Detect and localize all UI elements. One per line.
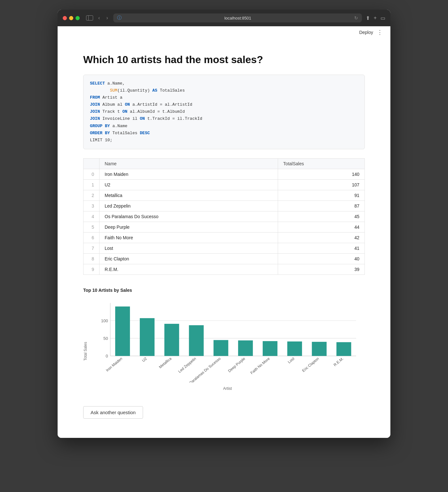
table-cell-name: Led Zeppelin (100, 201, 278, 211)
table-cell-sales: 42 (278, 232, 365, 243)
address-bar[interactable]: ⓘ localhost:8501 ↻ (113, 13, 362, 22)
page-title: Which 10 artists had the most sales? (83, 54, 365, 66)
sql-line-6: JOIN InvoiceLine il ON t.TrackId = il.Tr… (90, 115, 358, 122)
table-cell-sales: 40 (278, 253, 365, 264)
svg-text:Iron Maiden: Iron Maiden (105, 356, 123, 373)
table-row: 7 Lost 41 (84, 243, 365, 253)
x-axis-label: Artist (90, 386, 365, 391)
reload-button[interactable]: ↻ (354, 15, 358, 20)
browser-window: ‹ › ⓘ localhost:8501 ↻ ⬆ + ▭ Deploy ⋮ Wh… (58, 10, 390, 438)
svg-text:0: 0 (106, 354, 108, 358)
svg-text:Lost: Lost (287, 356, 296, 365)
table-cell-name: Metallica (100, 190, 278, 201)
browser-actions: ⬆ + ▭ (366, 15, 385, 21)
traffic-lights (63, 16, 80, 20)
table-cell-name: Lost (100, 243, 278, 253)
forward-button[interactable]: › (105, 14, 109, 21)
table-cell-sales: 41 (278, 243, 365, 253)
bar (287, 341, 302, 356)
minimize-button[interactable] (69, 16, 73, 20)
table-row: 6 Faith No More 42 (84, 232, 365, 243)
table-row: 9 R.E.M. 39 (84, 264, 365, 275)
deploy-button[interactable]: Deploy (359, 30, 373, 35)
table-cell-index: 2 (84, 190, 100, 201)
table-row: 1 U2 107 (84, 179, 365, 190)
sidebar-toggle[interactable] (86, 15, 93, 20)
chart-area: 050100Iron MaidenU2MetallicaLed Zeppelin… (90, 299, 365, 391)
tabs-button[interactable]: ▭ (380, 15, 385, 21)
share-button[interactable]: ⬆ (366, 15, 370, 21)
sql-line-7: GROUP BY a.Name (90, 123, 358, 130)
data-table: Name TotalSales 0 Iron Maiden 140 1 U2 1… (83, 158, 365, 275)
table-cell-index: 1 (84, 179, 100, 190)
table-col-name: Name (100, 158, 278, 169)
svg-text:U2: U2 (141, 356, 148, 363)
table-cell-name: U2 (100, 179, 278, 190)
table-cell-name: Eric Clapton (100, 253, 278, 264)
table-cell-index: 9 (84, 264, 100, 275)
sql-line-9: LIMIT 10; (90, 137, 358, 144)
table-row: 5 Deep Purple 44 (84, 222, 365, 232)
sql-line-1: SELECT a.Name, (90, 80, 358, 87)
table-row: 3 Led Zeppelin 87 (84, 201, 365, 211)
table-row: 2 Metallica 91 (84, 190, 365, 201)
bar-chart-svg: 050100Iron MaidenU2MetallicaLed Zeppelin… (90, 299, 365, 382)
table-cell-index: 0 (84, 169, 100, 179)
bar (238, 340, 253, 356)
table-cell-sales: 140 (278, 169, 365, 179)
page-content: Which 10 artists had the most sales? SEL… (58, 41, 390, 438)
svg-text:100: 100 (101, 318, 108, 323)
y-axis-label: Total Sales (83, 299, 88, 391)
sql-code-block: SELECT a.Name, SUM(il.Quantity) AS Total… (83, 75, 365, 149)
ask-another-button[interactable]: Ask another question (83, 406, 143, 419)
svg-text:Faith No More: Faith No More (250, 356, 271, 375)
url-text: localhost:8501 (124, 16, 352, 20)
table-row: 8 Eric Clapton 40 (84, 253, 365, 264)
browser-chrome: ‹ › ⓘ localhost:8501 ↻ ⬆ + ▭ (58, 10, 390, 26)
table-cell-index: 8 (84, 253, 100, 264)
new-tab-button[interactable]: + (374, 15, 377, 21)
bar (164, 324, 179, 356)
sql-line-4: JOIN Album al ON a.ArtistId = al.ArtistI… (90, 101, 358, 108)
table-cell-sales: 91 (278, 190, 365, 201)
table-cell-name: R.E.M. (100, 264, 278, 275)
table-cell-index: 7 (84, 243, 100, 253)
bar (213, 340, 228, 356)
table-cell-name: Iron Maiden (100, 169, 278, 179)
svg-text:R.E.M.: R.E.M. (333, 356, 345, 367)
table-cell-name: Faith No More (100, 232, 278, 243)
table-cell-index: 5 (84, 222, 100, 232)
table-cell-sales: 87 (278, 201, 365, 211)
bar (140, 318, 155, 356)
table-col-index (84, 158, 100, 169)
table-cell-sales: 45 (278, 211, 365, 222)
table-cell-sales: 107 (278, 179, 365, 190)
svg-text:Eric Clapton: Eric Clapton (301, 356, 320, 373)
sql-line-8: ORDER BY TotalSales DESC (90, 130, 358, 137)
table-cell-index: 3 (84, 201, 100, 211)
table-cell-name: Deep Purple (100, 222, 278, 232)
sql-line-5: JOIN Track t ON al.AlbumId = t.AlbumId (90, 108, 358, 115)
svg-text:Metallica: Metallica (158, 356, 172, 369)
sql-line-2: SUM(il.Quantity) AS TotalSales (90, 87, 358, 94)
svg-text:50: 50 (103, 336, 108, 341)
table-cell-index: 6 (84, 232, 100, 243)
svg-text:Led Zeppelin: Led Zeppelin (177, 356, 197, 374)
back-button[interactable]: ‹ (97, 14, 101, 21)
chart-title: Top 10 Artists by Sales (83, 288, 365, 293)
bar (312, 342, 327, 356)
table-col-sales: TotalSales (278, 158, 365, 169)
chart-wrapper: Total Sales 050100Iron MaidenU2Metallica… (83, 299, 365, 391)
maximize-button[interactable] (76, 16, 80, 20)
table-cell-name: Os Paralamas Do Sucesso (100, 211, 278, 222)
table-row: 4 Os Paralamas Do Sucesso 45 (84, 211, 365, 222)
bar (115, 307, 130, 356)
table-header-row: Name TotalSales (84, 158, 365, 169)
table-row: 0 Iron Maiden 140 (84, 169, 365, 179)
close-button[interactable] (63, 16, 67, 20)
bar (336, 342, 351, 356)
more-options-button[interactable]: ⋮ (377, 29, 383, 36)
security-icon: ⓘ (117, 15, 122, 21)
table-cell-sales: 44 (278, 222, 365, 232)
top-bar: Deploy ⋮ (58, 26, 390, 41)
